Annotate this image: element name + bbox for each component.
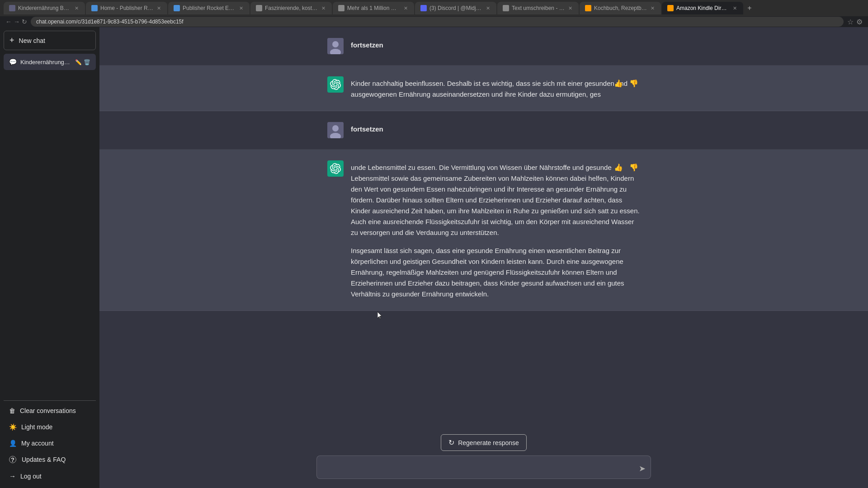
tab-close[interactable]: ✕ — [321, 5, 326, 12]
tab-close[interactable]: ✕ — [485, 5, 491, 12]
tab-bar: Kinderernährung Buch... ✕ Home - Publish… — [0, 0, 868, 16]
regenerate-button[interactable]: ↻ Regenerate response — [441, 434, 527, 451]
address-bar: ← → ↻ chat.openai.com/c/31d1e871-9c83-45… — [0, 16, 868, 27]
sidebar-item-clear-conversations[interactable]: 🗑 Clear conversations — [4, 403, 96, 419]
message-inner-user-2: fortsetzen — [316, 122, 651, 138]
clear-icon: 🗑 — [9, 407, 15, 414]
chat-history-item[interactable]: 💬 Kinderernährung Buch... — [4, 54, 96, 70]
avatar-gpt-2 — [327, 160, 344, 177]
thumbs-up-button[interactable]: 👍 — [612, 78, 625, 89]
sidebar: New chat 💬 Kinderernährung Buch... 🗑 Cle… — [0, 27, 99, 488]
browser-chrome: Kinderernährung Buch... ✕ Home - Publish… — [0, 0, 868, 27]
user-name-1: fortsetzen — [351, 40, 640, 51]
message-content-user-1: fortsetzen — [351, 38, 640, 53]
toolbar-icons: ☆ ⚙ — [847, 18, 863, 26]
clear-conversations-label: Clear conversations — [20, 407, 76, 414]
avatar-user-2 — [327, 122, 344, 138]
url-bar[interactable]: chat.openai.com/c/31d1e871-9c83-4515-b79… — [31, 17, 844, 27]
tab-publisher-rocket-home[interactable]: Home - Publisher Roc... ✕ — [86, 2, 167, 14]
message-inner-assistant-2: unde Lebensmittel zu essen. Die Vermittl… — [316, 160, 651, 300]
back-button[interactable]: ← — [5, 18, 12, 25]
logout-icon: → — [9, 472, 16, 480]
help-icon: ? — [9, 456, 16, 463]
chat-bottom: ↻ Regenerate response ➤ — [99, 427, 868, 488]
message-group-assistant-2: unde Lebensmittel zu essen. Die Vermittl… — [99, 150, 868, 311]
message-inner-user-1: fortsetzen — [316, 38, 651, 54]
sidebar-divider — [4, 400, 96, 401]
chat-area: fortsetzen Kinder nachhaltig beeinflusse… — [99, 27, 868, 488]
sidebar-spacer — [4, 70, 96, 399]
message-group-assistant-1: Kinder nachhaltig beeinflussen. Deshalb … — [99, 66, 868, 111]
thumbs-down-button-2[interactable]: 👎 — [627, 162, 640, 173]
extensions-icon[interactable]: ⚙ — [856, 18, 863, 26]
message-group-user-2: fortsetzen — [99, 111, 868, 150]
chat-item-label: Kinderernährung Buch... — [20, 59, 71, 66]
regenerate-icon: ↻ — [448, 438, 454, 447]
tab-amazon-kindle[interactable]: Amazon Kindle Direc... ✕ — [662, 2, 743, 14]
sidebar-item-my-account[interactable]: 👤 My account — [4, 435, 96, 451]
new-chat-label: New chat — [19, 37, 45, 44]
bookmark-icon[interactable]: ☆ — [847, 18, 854, 26]
sidebar-item-log-out[interactable]: → Log out — [4, 468, 96, 484]
tab-kinderernährung[interactable]: Kinderernährung Buch... ✕ — [4, 2, 85, 14]
new-chat-button[interactable]: New chat — [4, 31, 96, 50]
sun-icon: ☀️ — [9, 423, 17, 431]
tab-close[interactable]: ✕ — [650, 5, 656, 12]
message-group-user-1: fortsetzen — [99, 27, 868, 66]
assistant-paragraph-2: Insgesamt lässt sich sagen, dass eine ge… — [351, 245, 640, 300]
avatar-user-1 — [327, 38, 344, 54]
new-tab-button[interactable]: + — [744, 3, 755, 14]
delete-icon[interactable] — [84, 59, 90, 66]
log-out-label: Log out — [20, 473, 42, 480]
nav-buttons: ← → ↻ — [5, 18, 27, 25]
my-account-label: My account — [21, 440, 54, 447]
svg-point-4 — [332, 125, 339, 131]
tab-close[interactable]: ✕ — [403, 5, 409, 12]
tab-kochbuch[interactable]: Kochbuch, Rezeptbu... ✕ — [580, 2, 661, 14]
sidebar-item-light-mode[interactable]: ☀️ Light mode — [4, 419, 96, 435]
tab-discord[interactable]: (3) Discord | @Midjo... ✕ — [415, 2, 496, 14]
tab-text-umschreiben[interactable]: Text umschreiben - B... ✕ — [497, 2, 579, 14]
input-row: ➤ — [316, 455, 651, 479]
edit-icon[interactable] — [75, 59, 82, 66]
user-name-2: fortsetzen — [351, 124, 640, 135]
tab-publisher-rocket-erfa[interactable]: Publisher Rocket Erfa... ✕ — [168, 2, 250, 14]
user-icon: 👤 — [9, 440, 17, 447]
message-actions-1: 👍 👎 — [612, 78, 640, 89]
message-actions-2: 👍 👎 — [612, 162, 640, 173]
chat-icon: 💬 — [9, 58, 17, 66]
message-content-assistant-2: unde Lebensmittel zu essen. Die Vermittl… — [351, 160, 640, 300]
tab-faszinierende[interactable]: Faszinierende, kosten... ✕ — [250, 2, 332, 14]
forward-button[interactable]: → — [14, 18, 20, 25]
light-mode-label: Light mode — [21, 423, 52, 431]
chat-messages: fortsetzen Kinder nachhaltig beeinflusse… — [99, 27, 868, 427]
thumbs-up-button-2[interactable]: 👍 — [612, 162, 625, 173]
chat-item-actions — [75, 59, 90, 66]
tab-close[interactable]: ✕ — [74, 5, 80, 12]
chat-input[interactable] — [316, 455, 651, 479]
sidebar-item-updates-faq[interactable]: ? Updates & FAQ — [4, 451, 96, 468]
message-inner-assistant-1: Kinder nachhaltig beeinflussen. Deshalb … — [316, 76, 651, 100]
svg-point-1 — [332, 41, 339, 47]
tab-close[interactable]: ✕ — [156, 5, 162, 12]
tab-mehr-als[interactable]: Mehr als 1 Million Gr... ✕ — [333, 2, 414, 14]
avatar-gpt-1 — [327, 76, 344, 93]
reload-button[interactable]: ↻ — [22, 18, 27, 25]
main-layout: New chat 💬 Kinderernährung Buch... 🗑 Cle… — [0, 27, 868, 488]
tab-close[interactable]: ✕ — [732, 5, 738, 12]
assistant-paragraph-1: unde Lebensmittel zu essen. Die Vermittl… — [351, 162, 640, 238]
updates-faq-label: Updates & FAQ — [22, 456, 66, 463]
plus-icon — [9, 36, 14, 45]
tab-close[interactable]: ✕ — [567, 5, 573, 12]
send-button[interactable]: ➤ — [639, 464, 646, 474]
message-content-user-2: fortsetzen — [351, 122, 640, 137]
regenerate-label: Regenerate response — [458, 439, 519, 446]
message-content-assistant-1: Kinder nachhaltig beeinflussen. Deshalb … — [351, 76, 640, 100]
tab-close[interactable]: ✕ — [238, 5, 244, 12]
thumbs-down-button[interactable]: 👎 — [627, 78, 640, 89]
